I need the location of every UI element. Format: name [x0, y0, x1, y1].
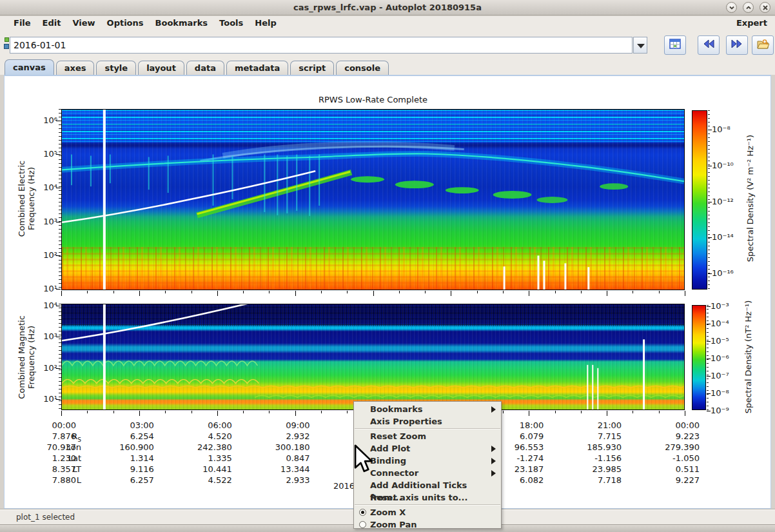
- dropdown-arrow-icon: [637, 44, 645, 48]
- tab-layout[interactable]: layout: [138, 61, 184, 75]
- menubar-items: FileEditViewOptionsBookmarksToolsHelp: [8, 18, 282, 28]
- previous-interval-icon: [702, 39, 715, 52]
- context-menu-item-bookmarks[interactable]: Bookmarks: [354, 403, 501, 415]
- axis-tick-label: 10³: [26, 217, 57, 227]
- time-tick-label: 06:00: [155, 420, 232, 431]
- uri-dropdown-button[interactable]: [633, 37, 647, 54]
- menu-bar: FileEditViewOptionsBookmarksToolsHelp Ex…: [0, 16, 775, 30]
- tick-mark: [56, 255, 61, 256]
- ephemeris-value: -1.050: [622, 453, 700, 464]
- tick-mark: [707, 376, 711, 377]
- x-tick-mark: [373, 291, 374, 296]
- axis-tick-label: 10⁴: [26, 182, 57, 193]
- axis-tick-label: 10⁻⁶: [711, 353, 747, 364]
- axis-tick-label: 10⁻¹⁴: [712, 232, 748, 242]
- submenu-arrow-icon: [491, 470, 496, 477]
- axis-tick-label: 10⁻⁹: [711, 406, 747, 416]
- context-menu-item-zoom-pan[interactable]: Zoom Pan: [354, 518, 501, 531]
- open-file-button[interactable]: [752, 35, 774, 55]
- x-tick-mark: [581, 411, 582, 413]
- spectrogram-bottom[interactable]: [61, 304, 685, 410]
- x-tick-mark: [217, 291, 218, 296]
- x-tick-mark: [113, 411, 114, 413]
- axis-tick-label: 10⁻⁸: [712, 124, 748, 135]
- tab-console[interactable]: console: [336, 61, 389, 75]
- axis-tick-label: 10⁻¹⁶: [712, 268, 748, 279]
- axis-tick-label: 10²: [26, 363, 57, 373]
- menu-view[interactable]: View: [66, 18, 101, 28]
- close-window-button[interactable]: [760, 2, 770, 13]
- ephemeris-value: 2.932: [233, 431, 310, 442]
- axis-tick-label: 10⁻⁸: [711, 388, 747, 399]
- axis-tick-label: 10⁴: [26, 300, 57, 311]
- time-range-button[interactable]: [664, 35, 686, 55]
- x-tick-mark: [295, 291, 296, 296]
- x-tick-mark: [113, 291, 114, 293]
- next-interval-button[interactable]: [726, 35, 748, 55]
- ephemeris-value: 160.900: [77, 442, 154, 453]
- menu-tools[interactable]: Tools: [213, 18, 249, 28]
- tab-metadata[interactable]: metadata: [226, 61, 288, 75]
- x-tick-mark: [191, 291, 192, 293]
- previous-interval-button[interactable]: [698, 35, 720, 55]
- menu-bookmarks[interactable]: Bookmarks: [150, 18, 214, 28]
- submenu-arrow-icon: [491, 458, 496, 464]
- context-menu-item-reset-zoom[interactable]: Reset Zoom: [354, 430, 501, 442]
- tab-script[interactable]: script: [290, 61, 334, 75]
- context-menu-item-binding[interactable]: Binding: [354, 455, 501, 467]
- ephemeris-value: 242.380: [155, 442, 232, 453]
- x-tick-mark: [529, 291, 529, 296]
- menu-separator: [355, 428, 500, 429]
- spectrogram-top[interactable]: [61, 109, 685, 290]
- context-menu-item-connector[interactable]: Connector: [354, 467, 501, 479]
- x-tick-mark: [87, 291, 88, 293]
- context-menu-item-zoom-x[interactable]: Zoom X: [354, 506, 501, 518]
- tab-style[interactable]: style: [96, 61, 136, 75]
- time-tick-label: 00:00: [622, 420, 700, 431]
- context-menu-item-add-plot[interactable]: Add Plot: [354, 442, 501, 455]
- ephemeris-value: 9.227: [622, 475, 700, 486]
- axis-tick-label: 10³: [26, 331, 57, 342]
- menu-options[interactable]: Options: [101, 18, 150, 28]
- context-menu-item-reset-axis-units-to[interactable]: Reset axis units to...: [354, 491, 501, 504]
- submenu-arrow-icon: [491, 446, 496, 452]
- tab-axes[interactable]: axes: [56, 61, 95, 75]
- tick-mark: [707, 359, 711, 359]
- chevron-down-icon: [728, 4, 736, 12]
- shade-window-button[interactable]: [726, 2, 737, 13]
- tab-canvas[interactable]: canvas: [5, 59, 54, 75]
- axis-tick-label: 10⁻³: [711, 301, 747, 311]
- uri-address-input[interactable]: [10, 37, 633, 54]
- axis-tick-label: 10⁻¹⁰: [712, 161, 748, 171]
- address-toolbar: [0, 30, 775, 58]
- maximize-window-button[interactable]: [743, 2, 754, 13]
- tick-mark: [707, 411, 711, 411]
- colorbar-bottom[interactable]: [692, 305, 706, 410]
- ephemeris-value: 0.511: [622, 464, 700, 475]
- mouse-cursor-icon: [354, 444, 375, 477]
- tick-mark: [707, 393, 711, 394]
- window-controls: [726, 2, 770, 13]
- context-menu-item-add-additional-ticks-from[interactable]: Add Additional Ticks from...: [354, 479, 501, 491]
- ephemeris-value: 1.230: [0, 453, 76, 464]
- menu-file[interactable]: File: [8, 18, 37, 28]
- axis-tick-label: 10⁻¹²: [712, 197, 748, 207]
- tab-data[interactable]: data: [186, 61, 224, 75]
- ephemeris-value: 7.718: [544, 475, 622, 486]
- spectrogram-bottom-overlay: [62, 304, 684, 409]
- menu-help[interactable]: Help: [249, 18, 282, 28]
- ephemeris-value: 0.847: [233, 453, 310, 464]
- ephemeris-value: 7.715: [544, 431, 622, 442]
- colorbar-top[interactable]: [692, 110, 707, 290]
- menu-separator: [355, 504, 500, 506]
- context-menu-item-axis-properties[interactable]: Axis Properties: [354, 415, 501, 428]
- window-title: cas_rpws_lrfc.vap - Autoplot 20180915a: [0, 0, 775, 15]
- menu-edit[interactable]: Edit: [37, 18, 67, 28]
- x-tick-mark: [607, 411, 607, 416]
- ephemeris-value: 70.937: [0, 442, 76, 453]
- tick-mark: [708, 273, 712, 274]
- expert-mode-label[interactable]: Expert: [736, 18, 767, 28]
- x-tick-mark: [425, 291, 426, 293]
- x-tick-mark: [503, 411, 504, 413]
- x-tick-mark: [139, 291, 140, 296]
